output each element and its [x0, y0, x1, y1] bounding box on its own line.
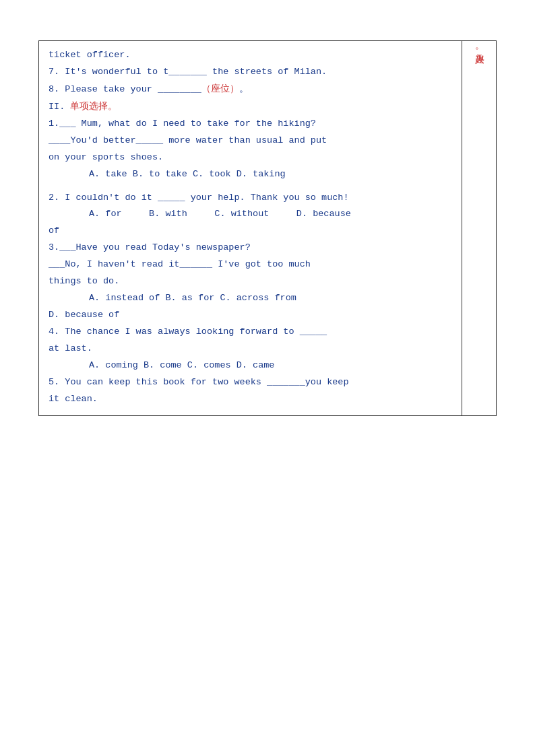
q4-options: A. coming B. come C. comes D. came: [49, 358, 452, 374]
q1-line1: 1.___ Mum, what do I need to take for th…: [49, 116, 452, 132]
side-column: 兴趣。: [462, 41, 496, 415]
main-content: ticket officer. 7. It's wonderful to t__…: [39, 41, 462, 415]
side-text: 兴趣。: [473, 46, 485, 56]
line-ticket: ticket officer.: [49, 48, 452, 63]
q3-options2: D. because of: [49, 308, 452, 323]
q1-line2: ____You'd better_____ more water than us…: [49, 133, 452, 149]
q1-options: A. take B. to take C. took D. taking: [49, 167, 452, 182]
q2-line1: 2. I couldn't do it _____ your help. Tha…: [49, 191, 452, 206]
q2-options: A. for B. with C. without D. because: [49, 207, 452, 222]
q4-line1: 4. The chance I was always looking forwa…: [49, 324, 452, 340]
line-q7: 7. It's wonderful to t_______ the street…: [49, 65, 452, 80]
q2-line2: of: [49, 224, 452, 239]
q3-options: A. instead of B. as for C. across from: [49, 291, 452, 306]
q1-line3: on your sports shoes.: [49, 150, 452, 166]
q3-line3: things to do.: [49, 274, 452, 289]
q4-line2: at last.: [49, 341, 452, 357]
q3-line1: 3.___Have you read Today's newspaper?: [49, 240, 452, 256]
q3-line2: ___No, I haven't read it______ I've got …: [49, 257, 452, 273]
q5-line2: it clean.: [49, 392, 452, 407]
line-q8: 8. Please take your ________（座位）。: [49, 81, 452, 98]
section2-header: II. 单项选择。: [49, 99, 452, 115]
page-container: ticket officer. 7. It's wonderful to t__…: [38, 40, 497, 416]
q5-line1: 5. You can keep this book for two weeks …: [49, 375, 452, 390]
